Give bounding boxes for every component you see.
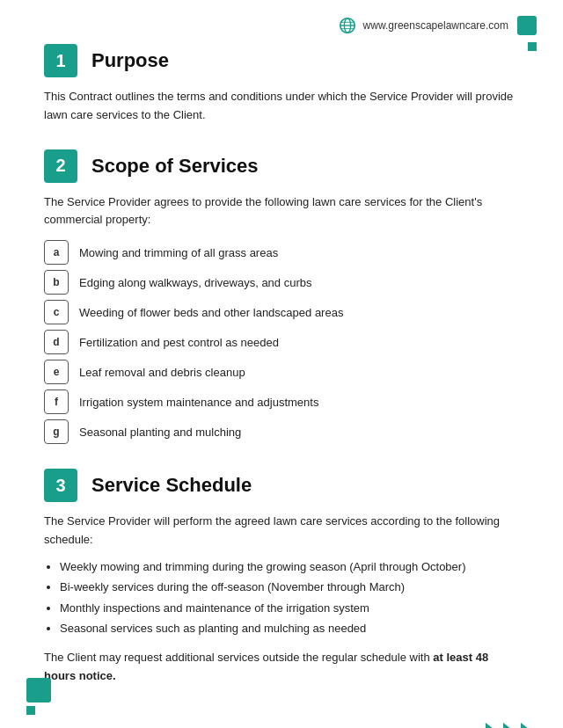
section-1-header: 1 Purpose (44, 44, 519, 77)
section-1-title: Purpose (91, 49, 169, 72)
section-1-body: This Contract outlines the terms and con… (44, 88, 519, 125)
service-item: fIrrigation system maintenance and adjus… (44, 389, 519, 414)
notice-text: The Client may request additional servic… (44, 649, 519, 686)
header-square (517, 16, 537, 35)
bullet-item: Weekly mowing and trimming during the gr… (60, 557, 519, 577)
corner-decoration-top-right (528, 42, 537, 51)
service-item: cWeeding of flower beds and other landsc… (44, 300, 519, 324)
header: www.greenscapelawncare.com (0, 0, 563, 44)
notice-bold: at least 48 hours notice. (44, 651, 488, 682)
corner-square-small (26, 706, 35, 715)
website-text: www.greenscapelawncare.com (363, 19, 508, 32)
service-letter: a (44, 240, 69, 265)
bullet-item: Monthly inspections and maintenance of t… (60, 598, 519, 618)
service-text: Fertilization and pest control as needed (79, 336, 279, 349)
chevron-2 (503, 723, 519, 728)
corner-decoration-bottom-left (26, 678, 51, 715)
service-letter: d (44, 330, 69, 354)
section-3-intro: The Service Provider will perform the ag… (44, 513, 519, 550)
bullet-item: Bi-weekly services during the off-season… (60, 577, 519, 597)
service-text: Irrigation system maintenance and adjust… (79, 396, 318, 409)
service-text: Weeding of flower beds and other landsca… (79, 306, 343, 319)
section-3-header: 3 Service Schedule (44, 469, 519, 502)
service-text: Leaf removal and debris cleanup (79, 366, 245, 379)
corner-square-large (26, 678, 51, 703)
corner-decoration-bottom-right (486, 723, 537, 728)
service-letter: e (44, 360, 69, 384)
section-schedule: 3 Service Schedule The Service Provider … (44, 469, 519, 686)
chevron-1 (486, 723, 501, 728)
service-letter: f (44, 389, 69, 414)
section-2-number: 2 (44, 149, 77, 183)
service-letter: g (44, 419, 69, 444)
main-content: 1 Purpose This Contract outlines the ter… (0, 44, 563, 686)
service-item: gSeasonal planting and mulching (44, 419, 519, 444)
header-website: www.greenscapelawncare.com (338, 16, 508, 35)
bullet-item: Seasonal services such as planting and m… (60, 618, 519, 638)
service-item: dFertilization and pest control as neede… (44, 330, 519, 354)
service-text: Seasonal planting and mulching (79, 426, 241, 439)
chevron-3 (521, 723, 537, 728)
section-2-header: 2 Scope of Services (44, 149, 519, 183)
service-text: Mowing and trimming of all grass areas (79, 246, 278, 259)
service-item: aMowing and trimming of all grass areas (44, 240, 519, 265)
service-list: aMowing and trimming of all grass areasb… (44, 240, 519, 444)
section-2-title: Scope of Services (91, 155, 259, 178)
page-wrapper: www.greenscapelawncare.com 1 Purpose Thi… (0, 0, 563, 728)
section-1-number: 1 (44, 44, 77, 77)
service-text: Edging along walkways, driveways, and cu… (79, 276, 311, 289)
schedule-bullets: Weekly mowing and trimming during the gr… (44, 557, 519, 639)
chevrons (486, 723, 537, 728)
section-purpose: 1 Purpose This Contract outlines the ter… (44, 44, 519, 125)
service-item: eLeaf removal and debris cleanup (44, 360, 519, 384)
section-3-number: 3 (44, 469, 77, 502)
service-letter: c (44, 300, 69, 324)
service-letter: b (44, 270, 69, 295)
section-2-intro: The Service Provider agrees to provide t… (44, 193, 519, 230)
section-scope: 2 Scope of Services The Service Provider… (44, 149, 519, 445)
service-item: bEdging along walkways, driveways, and c… (44, 270, 519, 295)
globe-icon (338, 16, 357, 35)
section-3-title: Service Schedule (91, 474, 252, 497)
